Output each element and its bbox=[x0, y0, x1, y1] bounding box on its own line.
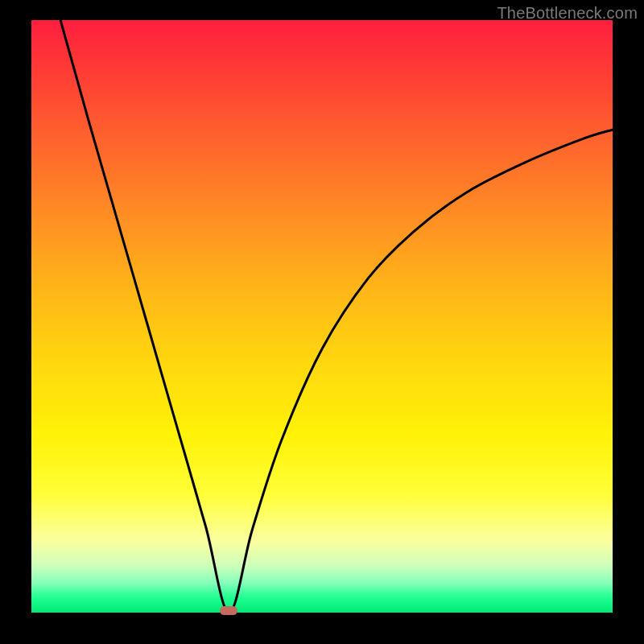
curve-minimum-marker bbox=[220, 606, 237, 615]
chart-plot-area bbox=[31, 20, 613, 613]
chart-frame: TheBottleneck.com bbox=[0, 0, 644, 644]
watermark-text: TheBottleneck.com bbox=[497, 4, 638, 23]
bottleneck-curve bbox=[31, 20, 613, 613]
curve-line bbox=[31, 20, 613, 613]
